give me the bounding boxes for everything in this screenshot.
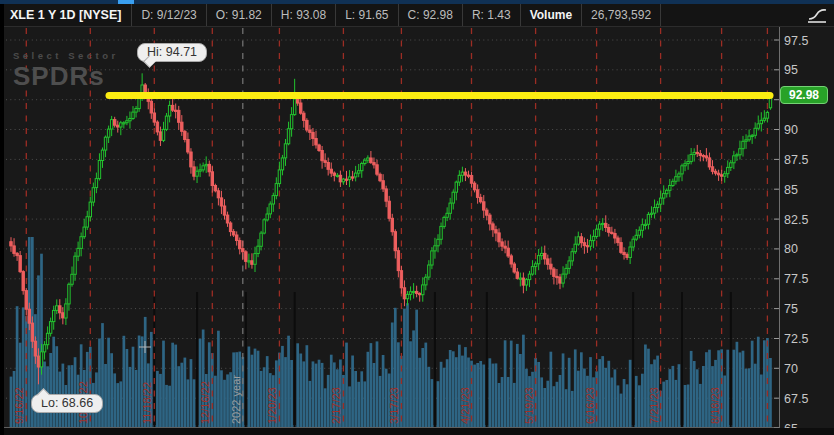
svg-text:97.5: 97.5 bbox=[784, 34, 808, 48]
svg-text:75: 75 bbox=[784, 302, 798, 316]
volume-value: 26,793,592 bbox=[582, 4, 661, 26]
field-date: D: 9/12/23 bbox=[132, 4, 206, 26]
svg-text:72.5: 72.5 bbox=[784, 332, 808, 346]
svg-text:11/18/22: 11/18/22 bbox=[141, 382, 153, 424]
svg-text:3/17/23: 3/17/23 bbox=[388, 387, 400, 424]
field-close: C: 92.98 bbox=[399, 4, 463, 26]
svg-text:1/20/23: 1/20/23 bbox=[266, 387, 278, 424]
field-open: O: 91.82 bbox=[207, 4, 272, 26]
svg-text:85: 85 bbox=[784, 183, 798, 197]
svg-text:7/21/23: 7/21/23 bbox=[648, 387, 660, 424]
field-range: R: 1.43 bbox=[463, 4, 521, 26]
svg-text:2/17/23: 2/17/23 bbox=[330, 387, 342, 424]
volume-label: Volume bbox=[521, 4, 582, 26]
svg-text:77.5: 77.5 bbox=[784, 272, 808, 286]
field-high: H: 93.08 bbox=[272, 4, 336, 26]
chart-canvas[interactable]: 9/16/2210/21/2211/18/2212/16/221/20/232/… bbox=[0, 27, 834, 435]
last-price-badge: 92.98 bbox=[780, 86, 828, 104]
symbol-info-bar: XLE 1 Y 1D [NYSE] D: 9/12/23 O: 91.82 H:… bbox=[4, 4, 834, 27]
svg-text:6/16/23: 6/16/23 bbox=[584, 387, 596, 424]
svg-text:70: 70 bbox=[784, 362, 798, 376]
svg-text:8/18/23: 8/18/23 bbox=[709, 387, 721, 424]
chart-area[interactable]: 9/16/2210/21/2211/18/2212/16/221/20/232/… bbox=[0, 27, 834, 435]
high-price-label: Hi: 94.71 bbox=[147, 45, 197, 59]
high-price-tooltip: Hi: 94.71 bbox=[137, 43, 207, 62]
svg-text:4/21/23: 4/21/23 bbox=[459, 387, 471, 424]
topbar-spacer bbox=[661, 4, 800, 26]
low-price-label: Lo: 68.66 bbox=[41, 396, 93, 410]
svg-text:82.5: 82.5 bbox=[784, 213, 808, 227]
svg-text:80: 80 bbox=[784, 242, 798, 256]
svg-text:2022 year: 2022 year bbox=[230, 375, 242, 424]
svg-text:67.5: 67.5 bbox=[784, 392, 808, 406]
symbol-title: XLE 1 Y 1D [NYSE] bbox=[4, 4, 132, 26]
field-low: L: 91.65 bbox=[336, 4, 398, 26]
svg-text:95: 95 bbox=[784, 63, 798, 77]
svg-text:5/19/23: 5/19/23 bbox=[523, 387, 535, 424]
svg-text:9/16/22: 9/16/22 bbox=[13, 387, 25, 424]
low-price-tooltip: Lo: 68.66 bbox=[31, 394, 103, 413]
svg-text:90: 90 bbox=[784, 123, 798, 137]
chart-style-icon[interactable] bbox=[800, 4, 834, 26]
svg-text:12/16/22: 12/16/22 bbox=[199, 381, 211, 424]
svg-text:87.5: 87.5 bbox=[784, 153, 808, 167]
